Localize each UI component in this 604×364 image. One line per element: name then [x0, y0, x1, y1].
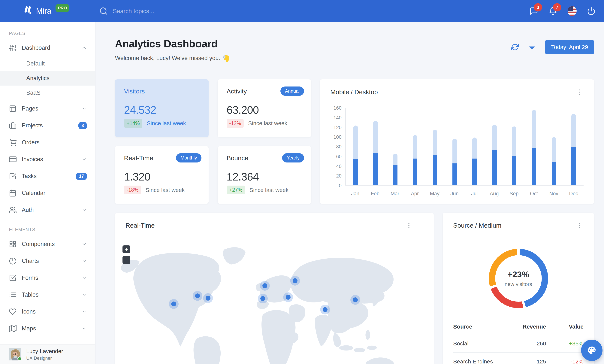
user-role: UX Designer: [26, 356, 63, 361]
bar-apr[interactable]: [405, 108, 425, 185]
sidebar-item-dashboard[interactable]: Dashboard: [0, 39, 95, 56]
chevron-down-icon: [82, 326, 87, 331]
pro-badge: PRO: [56, 4, 69, 12]
credit-card-icon: [9, 156, 16, 163]
search-input[interactable]: [113, 8, 199, 15]
sidebar-item-charts[interactable]: Charts: [0, 252, 95, 269]
stat-value: 1.320: [124, 170, 200, 183]
revenue-cell: 125: [499, 358, 546, 364]
x-tick-label: Feb: [365, 191, 385, 197]
map-marker[interactable]: [353, 297, 358, 302]
refresh-button[interactable]: [511, 43, 519, 51]
bar-nov[interactable]: [544, 108, 564, 185]
donut-center-value: +23%: [507, 270, 529, 279]
sliders-icon: [9, 44, 16, 52]
filter-button[interactable]: [528, 43, 536, 51]
sidebar-subitem-saas[interactable]: SaaS: [0, 86, 95, 100]
stat-delta-badge: +27%: [226, 186, 245, 194]
sidebar-subitem-default[interactable]: Default: [0, 56, 95, 71]
notifications-button[interactable]: 7: [548, 7, 557, 16]
y-tick-label: 60: [336, 153, 341, 159]
users-icon: [9, 206, 16, 214]
shopping-cart-icon: [9, 139, 16, 146]
source-cell: Search Engines: [453, 358, 499, 364]
messages-button[interactable]: 3: [529, 7, 538, 16]
notifications-badge: 7: [553, 3, 561, 12]
source-menu-button[interactable]: [576, 222, 584, 229]
bar-jan[interactable]: [346, 108, 365, 185]
chevron-down-icon: [82, 106, 87, 111]
x-tick-label: Jan: [345, 191, 365, 197]
bar-jun[interactable]: [445, 108, 465, 185]
bar-jul[interactable]: [465, 108, 485, 185]
list-icon: [9, 291, 16, 299]
date-range-button[interactable]: Today: April 29: [545, 40, 594, 54]
chart-menu-button[interactable]: [576, 88, 584, 96]
bar-oct[interactable]: [524, 108, 544, 185]
calendar-icon: [9, 189, 16, 197]
sidebar-item-calendar[interactable]: Calendar: [0, 185, 95, 201]
pie-chart-icon: [9, 257, 16, 265]
sidebar-item-forms[interactable]: Forms: [0, 269, 95, 286]
bar-aug[interactable]: [485, 108, 504, 185]
bar-mar[interactable]: [385, 108, 405, 185]
sidebar-item-tables[interactable]: Tables: [0, 286, 95, 303]
map-marker[interactable]: [260, 296, 265, 301]
sidebar-user-footer[interactable]: Lucy Lavender UX Designer: [0, 344, 95, 364]
map-marker[interactable]: [323, 307, 327, 312]
chevron-down-icon: [82, 207, 87, 213]
stat-period-pill[interactable]: Annual: [280, 87, 304, 96]
sidebar-item-auth[interactable]: Auth: [0, 201, 95, 218]
sidebar-badge: 8: [78, 122, 87, 129]
sidebar-subitem-analytics[interactable]: Analytics: [0, 71, 95, 86]
world-map[interactable]: + −: [115, 235, 434, 364]
bar-may[interactable]: [425, 108, 445, 185]
sidebar-item-icons[interactable]: Icons: [0, 303, 95, 320]
map-marker[interactable]: [171, 301, 176, 306]
stat-caption: Since last week: [248, 120, 287, 126]
map-marker[interactable]: [263, 283, 267, 288]
more-vertical-icon: [576, 222, 584, 229]
stat-period-pill[interactable]: Yearly: [282, 153, 304, 163]
chevron-up-icon: [82, 45, 87, 50]
stat-period-pill[interactable]: Monthly: [176, 153, 201, 163]
stat-caption: Since last week: [147, 120, 186, 126]
heart-icon: [9, 308, 16, 315]
sidebar-item-projects[interactable]: Projects8: [0, 117, 95, 134]
bar-sep[interactable]: [504, 108, 524, 185]
map-zoom-out-button[interactable]: −: [123, 256, 130, 264]
sidebar: PAGESDashboardDefaultAnalyticsSaaSPagesP…: [0, 22, 95, 364]
bar-feb[interactable]: [365, 108, 386, 185]
sidebar-section-pages: PAGES: [0, 22, 95, 39]
theme-settings-button[interactable]: [581, 339, 603, 361]
mira-logo-icon: [22, 5, 32, 15]
more-vertical-icon: [576, 88, 584, 96]
sidebar-item-pages[interactable]: Pages: [0, 100, 95, 117]
stats-grid: Visitors24.532+14%Since last weekActivit…: [115, 79, 311, 204]
map-marker[interactable]: [195, 293, 200, 298]
sidebar-item-components[interactable]: Components: [0, 236, 95, 252]
sidebar-item-orders[interactable]: Orders: [0, 134, 95, 151]
map-marker[interactable]: [293, 278, 298, 283]
sidebar-item-maps[interactable]: Maps: [0, 320, 95, 337]
check-square-icon: [9, 274, 16, 282]
map-marker[interactable]: [206, 296, 211, 301]
map-menu-button[interactable]: [405, 222, 413, 229]
sidebar-item-invoices[interactable]: Invoices: [0, 151, 95, 168]
language-button[interactable]: [568, 7, 577, 16]
sidebar-badge: 17: [76, 173, 87, 180]
stat-value: 63.200: [226, 104, 302, 116]
sliders-icon: [9, 44, 16, 52]
stat-delta-badge: -12%: [226, 119, 244, 128]
chevron-down-icon: [82, 258, 87, 264]
revenue-cell: 260: [499, 340, 546, 347]
bar-dec[interactable]: [564, 108, 584, 185]
map-zoom-in-button[interactable]: +: [123, 245, 130, 253]
signout-button[interactable]: [587, 7, 596, 16]
brand-logo[interactable]: Mira PRO: [22, 5, 69, 17]
map-marker[interactable]: [286, 295, 290, 300]
online-status-dot: [17, 356, 22, 361]
chevron-down-icon: [82, 292, 87, 297]
sidebar-item-tasks[interactable]: Tasks17: [0, 168, 95, 185]
y-tick-label: 80: [336, 144, 341, 150]
